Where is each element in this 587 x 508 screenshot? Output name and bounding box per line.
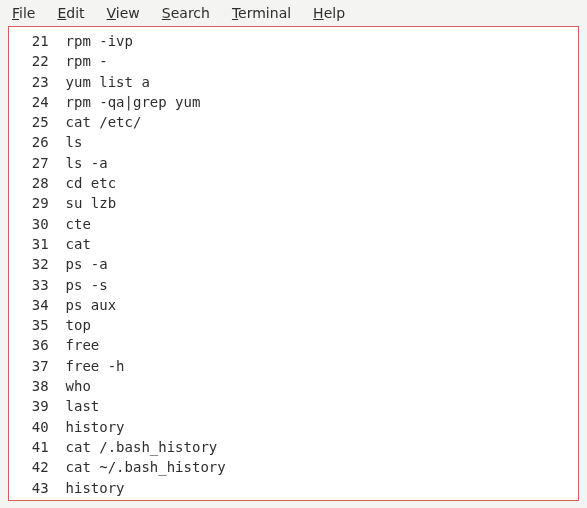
menubar: FileEditViewSearchTerminalHelp [0, 0, 587, 26]
history-row: 28cd etc [15, 173, 572, 193]
history-number: 27 [15, 153, 49, 173]
history-number: 34 [15, 295, 49, 315]
history-command: who [49, 378, 91, 394]
history-row: 37free -h [15, 356, 572, 376]
history-row: 42cat ~/.bash_history [15, 457, 572, 477]
history-row: 39last [15, 396, 572, 416]
menu-file[interactable]: File [2, 3, 47, 23]
history-command: yum list a [49, 74, 150, 90]
history-command: ps -s [49, 277, 108, 293]
history-row: 31cat [15, 234, 572, 254]
history-number: 21 [15, 31, 49, 51]
history-row: 25cat /etc/ [15, 112, 572, 132]
history-number: 25 [15, 112, 49, 132]
menu-edit[interactable]: Edit [47, 3, 96, 23]
history-row: 24rpm -qa|grep yum [15, 92, 572, 112]
history-command: cte [49, 216, 91, 232]
menu-terminal[interactable]: Terminal [222, 3, 303, 23]
history-command: cat ~/.bash_history [49, 459, 226, 475]
history-command: top [49, 317, 91, 333]
history-command: last [49, 398, 100, 414]
history-number: 43 [15, 478, 49, 498]
history-number: 36 [15, 335, 49, 355]
history-number: 40 [15, 417, 49, 437]
history-command: history [49, 419, 125, 435]
history-command: cat [49, 236, 91, 252]
history-command: cat /etc/ [49, 114, 142, 130]
history-number: 24 [15, 92, 49, 112]
history-row: 22rpm - [15, 51, 572, 71]
history-row: 30cte [15, 214, 572, 234]
history-command: history [49, 480, 125, 496]
history-command: free -h [49, 358, 125, 374]
history-row: 23yum list a [15, 72, 572, 92]
terminal-output[interactable]: 21rpm -ivp22rpm -23yum list a24rpm -qa|g… [8, 26, 579, 501]
history-number: 30 [15, 214, 49, 234]
history-row: 38who [15, 376, 572, 396]
history-number: 37 [15, 356, 49, 376]
menu-view[interactable]: View [97, 3, 152, 23]
history-row: 21rpm -ivp [15, 31, 572, 51]
history-command: free [49, 337, 100, 353]
history-row: 32ps -a [15, 254, 572, 274]
history-number: 33 [15, 275, 49, 295]
history-row: 34ps aux [15, 295, 572, 315]
history-command: ps -a [49, 256, 108, 272]
history-command: su lzb [49, 195, 116, 211]
prompt-line[interactable]: [root@linuxprobe Desktop]# [0, 501, 587, 508]
history-command: cd etc [49, 175, 116, 191]
history-row: 43history [15, 478, 572, 498]
history-number: 42 [15, 457, 49, 477]
menu-help[interactable]: Help [303, 3, 357, 23]
history-number: 32 [15, 254, 49, 274]
history-number: 38 [15, 376, 49, 396]
history-command: ps aux [49, 297, 116, 313]
history-number: 28 [15, 173, 49, 193]
history-row: 33ps -s [15, 275, 572, 295]
history-command: rpm -ivp [49, 33, 133, 49]
history-command: rpm -qa|grep yum [49, 94, 201, 110]
history-row: 35top [15, 315, 572, 335]
history-command: ls -a [49, 155, 108, 171]
menu-search[interactable]: Search [152, 3, 222, 23]
history-number: 41 [15, 437, 49, 457]
history-command: cat /.bash_history [49, 439, 218, 455]
history-command: ls [49, 134, 83, 150]
history-number: 35 [15, 315, 49, 335]
history-number: 31 [15, 234, 49, 254]
history-number: 29 [15, 193, 49, 213]
history-number: 23 [15, 72, 49, 92]
history-row: 26ls [15, 132, 572, 152]
history-row: 29su lzb [15, 193, 572, 213]
history-row: 36free [15, 335, 572, 355]
history-command: rpm - [49, 53, 108, 69]
history-number: 26 [15, 132, 49, 152]
history-row: 41cat /.bash_history [15, 437, 572, 457]
history-number: 39 [15, 396, 49, 416]
history-number: 22 [15, 51, 49, 71]
history-row: 40history [15, 417, 572, 437]
history-row: 27ls -a [15, 153, 572, 173]
